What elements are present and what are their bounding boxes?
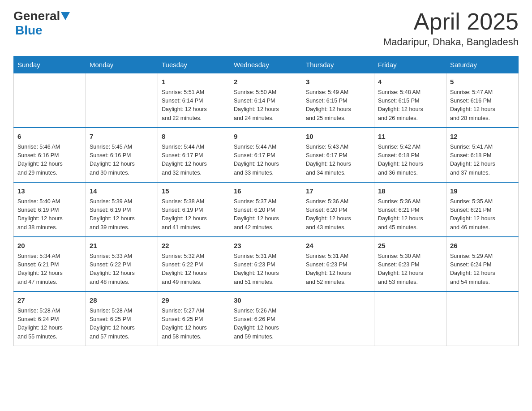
day-info: Sunrise: 5:31 AM Sunset: 6:23 PM Dayligh… [234, 252, 298, 287]
day-number: 15 [162, 186, 226, 197]
calendar-cell: 12Sunrise: 5:41 AM Sunset: 6:18 PM Dayli… [446, 128, 519, 182]
day-number: 13 [17, 186, 82, 197]
calendar-cell: 28Sunrise: 5:28 AM Sunset: 6:25 PM Dayli… [86, 291, 158, 346]
day-of-week-header: Saturday [446, 56, 519, 73]
calendar-cell [302, 291, 374, 346]
page-header: General Blue April 2025 Madaripur, Dhaka… [13, 9, 519, 48]
calendar-cell: 25Sunrise: 5:30 AM Sunset: 6:23 PM Dayli… [374, 237, 446, 291]
calendar-cell [374, 291, 446, 346]
header-right: April 2025 Madaripur, Dhaka, Bangladesh [383, 9, 519, 48]
day-info: Sunrise: 5:37 AM Sunset: 6:20 PM Dayligh… [234, 197, 298, 232]
day-info: Sunrise: 5:36 AM Sunset: 6:20 PM Dayligh… [306, 197, 370, 232]
day-info: Sunrise: 5:47 AM Sunset: 6:16 PM Dayligh… [450, 88, 515, 123]
calendar-cell: 4Sunrise: 5:48 AM Sunset: 6:15 PM Daylig… [374, 73, 446, 128]
day-number: 25 [378, 241, 442, 251]
calendar-cell [86, 73, 158, 128]
day-info: Sunrise: 5:28 AM Sunset: 6:25 PM Dayligh… [90, 307, 154, 342]
calendar-cell: 5Sunrise: 5:47 AM Sunset: 6:16 PM Daylig… [446, 73, 519, 128]
day-info: Sunrise: 5:44 AM Sunset: 6:17 PM Dayligh… [234, 143, 298, 178]
svg-marker-0 [61, 12, 70, 20]
day-info: Sunrise: 5:26 AM Sunset: 6:26 PM Dayligh… [234, 307, 298, 342]
day-info: Sunrise: 5:27 AM Sunset: 6:25 PM Dayligh… [162, 307, 226, 342]
day-of-week-header: Tuesday [158, 56, 230, 73]
day-number: 8 [162, 132, 226, 142]
calendar-cell: 27Sunrise: 5:28 AM Sunset: 6:24 PM Dayli… [14, 291, 86, 346]
day-number: 11 [378, 132, 442, 142]
calendar-cell: 16Sunrise: 5:37 AM Sunset: 6:20 PM Dayli… [230, 182, 302, 237]
day-number: 3 [306, 77, 370, 87]
day-number: 17 [306, 186, 370, 197]
day-number: 12 [450, 132, 515, 142]
day-info: Sunrise: 5:49 AM Sunset: 6:15 PM Dayligh… [306, 88, 370, 123]
calendar-cell: 26Sunrise: 5:29 AM Sunset: 6:24 PM Dayli… [446, 237, 519, 291]
calendar-cell: 24Sunrise: 5:31 AM Sunset: 6:23 PM Dayli… [302, 237, 374, 291]
day-number: 16 [234, 186, 298, 197]
logo-blue-text: Blue [15, 23, 43, 38]
day-info: Sunrise: 5:35 AM Sunset: 6:21 PM Dayligh… [450, 197, 515, 232]
day-number: 24 [306, 241, 370, 251]
calendar-cell: 7Sunrise: 5:45 AM Sunset: 6:16 PM Daylig… [86, 128, 158, 182]
calendar-cell: 14Sunrise: 5:39 AM Sunset: 6:19 PM Dayli… [86, 182, 158, 237]
calendar-cell: 21Sunrise: 5:33 AM Sunset: 6:22 PM Dayli… [86, 237, 158, 291]
day-number: 18 [378, 186, 442, 197]
day-number: 26 [450, 241, 515, 251]
day-info: Sunrise: 5:31 AM Sunset: 6:23 PM Dayligh… [306, 252, 370, 287]
day-number: 10 [306, 132, 370, 142]
calendar-week-row: 6Sunrise: 5:46 AM Sunset: 6:16 PM Daylig… [14, 128, 519, 182]
day-info: Sunrise: 5:43 AM Sunset: 6:17 PM Dayligh… [306, 143, 370, 178]
day-info: Sunrise: 5:30 AM Sunset: 6:23 PM Dayligh… [378, 252, 442, 287]
day-info: Sunrise: 5:33 AM Sunset: 6:22 PM Dayligh… [90, 252, 154, 287]
location-title: Madaripur, Dhaka, Bangladesh [383, 36, 519, 48]
day-number: 5 [450, 77, 515, 87]
day-of-week-header: Monday [86, 56, 158, 73]
day-info: Sunrise: 5:51 AM Sunset: 6:14 PM Dayligh… [162, 88, 226, 123]
day-number: 7 [90, 132, 154, 142]
calendar-cell: 2Sunrise: 5:50 AM Sunset: 6:14 PM Daylig… [230, 73, 302, 128]
calendar-cell: 10Sunrise: 5:43 AM Sunset: 6:17 PM Dayli… [302, 128, 374, 182]
day-number: 30 [234, 295, 298, 306]
day-info: Sunrise: 5:36 AM Sunset: 6:21 PM Dayligh… [378, 197, 442, 232]
day-info: Sunrise: 5:39 AM Sunset: 6:19 PM Dayligh… [90, 197, 154, 232]
day-number: 6 [17, 132, 82, 142]
day-info: Sunrise: 5:32 AM Sunset: 6:22 PM Dayligh… [162, 252, 226, 287]
calendar-cell: 19Sunrise: 5:35 AM Sunset: 6:21 PM Dayli… [446, 182, 519, 237]
day-info: Sunrise: 5:45 AM Sunset: 6:16 PM Dayligh… [90, 143, 154, 178]
day-info: Sunrise: 5:41 AM Sunset: 6:18 PM Dayligh… [450, 143, 515, 178]
calendar-cell: 22Sunrise: 5:32 AM Sunset: 6:22 PM Dayli… [158, 237, 230, 291]
calendar-cell: 20Sunrise: 5:34 AM Sunset: 6:21 PM Dayli… [14, 237, 86, 291]
day-number: 19 [450, 186, 515, 197]
day-info: Sunrise: 5:50 AM Sunset: 6:14 PM Dayligh… [234, 88, 298, 123]
day-info: Sunrise: 5:28 AM Sunset: 6:24 PM Dayligh… [17, 307, 82, 342]
calendar-header-row: SundayMondayTuesdayWednesdayThursdayFrid… [14, 56, 519, 73]
calendar-cell: 1Sunrise: 5:51 AM Sunset: 6:14 PM Daylig… [158, 73, 230, 128]
day-info: Sunrise: 5:46 AM Sunset: 6:16 PM Dayligh… [17, 143, 82, 178]
logo: General Blue [13, 9, 70, 38]
calendar-cell: 3Sunrise: 5:49 AM Sunset: 6:15 PM Daylig… [302, 73, 374, 128]
calendar-cell: 6Sunrise: 5:46 AM Sunset: 6:16 PM Daylig… [14, 128, 86, 182]
calendar-week-row: 1Sunrise: 5:51 AM Sunset: 6:14 PM Daylig… [14, 73, 519, 128]
calendar-cell [446, 291, 519, 346]
day-of-week-header: Wednesday [230, 56, 302, 73]
day-of-week-header: Sunday [14, 56, 86, 73]
day-number: 23 [234, 241, 298, 251]
day-number: 27 [17, 295, 82, 306]
calendar-cell: 8Sunrise: 5:44 AM Sunset: 6:17 PM Daylig… [158, 128, 230, 182]
calendar-cell: 17Sunrise: 5:36 AM Sunset: 6:20 PM Dayli… [302, 182, 374, 237]
calendar-cell [14, 73, 86, 128]
calendar-cell: 18Sunrise: 5:36 AM Sunset: 6:21 PM Dayli… [374, 182, 446, 237]
calendar-cell: 15Sunrise: 5:38 AM Sunset: 6:19 PM Dayli… [158, 182, 230, 237]
day-info: Sunrise: 5:48 AM Sunset: 6:15 PM Dayligh… [378, 88, 442, 123]
calendar-cell: 30Sunrise: 5:26 AM Sunset: 6:26 PM Dayli… [230, 291, 302, 346]
day-number: 22 [162, 241, 226, 251]
day-info: Sunrise: 5:40 AM Sunset: 6:19 PM Dayligh… [17, 197, 82, 232]
day-number: 28 [90, 295, 154, 306]
day-number: 1 [162, 77, 226, 87]
logo-arrow-icon [61, 12, 70, 21]
month-title: April 2025 [383, 9, 519, 34]
day-info: Sunrise: 5:29 AM Sunset: 6:24 PM Dayligh… [450, 252, 515, 287]
day-info: Sunrise: 5:44 AM Sunset: 6:17 PM Dayligh… [162, 143, 226, 178]
logo-general-text: General [13, 9, 60, 23]
day-number: 20 [17, 241, 82, 251]
day-number: 2 [234, 77, 298, 87]
calendar-cell: 11Sunrise: 5:42 AM Sunset: 6:18 PM Dayli… [374, 128, 446, 182]
